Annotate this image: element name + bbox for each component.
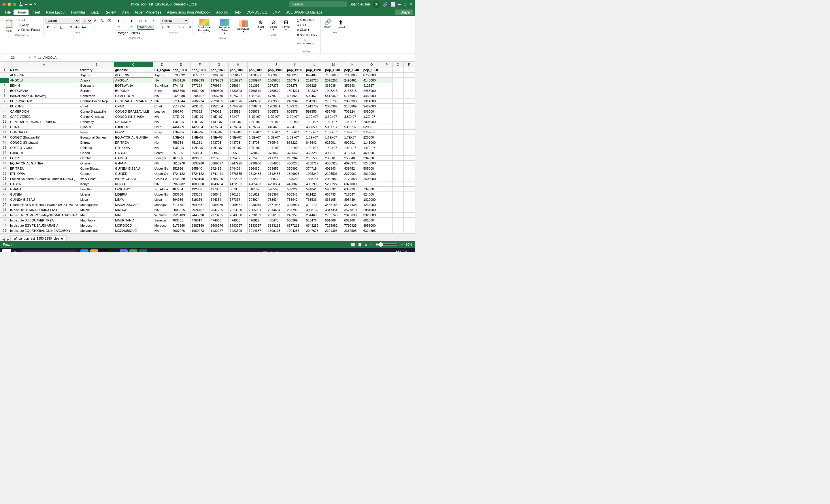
cell-L2[interactable]: 6494878 bbox=[305, 73, 324, 78]
menu-page-layout[interactable]: Page Layout bbox=[43, 9, 68, 15]
cell-H21[interactable]: 1776585 bbox=[228, 171, 248, 176]
minimize-button[interactable] bbox=[7, 3, 11, 6]
clear-button[interactable]: ◈ Clear ▾ bbox=[296, 28, 310, 32]
cell-K24[interactable]: 539224 bbox=[286, 187, 305, 192]
cell-F18[interactable]: 189693 bbox=[190, 156, 209, 161]
cell-B11[interactable]: Dahomey bbox=[79, 119, 114, 125]
cell-E17[interactable]: 351335 bbox=[171, 150, 190, 156]
start-button[interactable]: ⊞ bbox=[2, 249, 11, 252]
col-header-A[interactable]: A bbox=[9, 62, 79, 67]
cell-H3[interactable]: 2019227 bbox=[228, 78, 248, 83]
taskbar-app-browser[interactable]: 🔵 bbox=[120, 249, 128, 252]
cell-H31[interactable]: 5893297 bbox=[228, 223, 248, 228]
cell-J11[interactable]: 1.6E+07 bbox=[266, 119, 286, 125]
autosave-icon[interactable]: ⟳ bbox=[34, 3, 36, 6]
format-as-table-button[interactable]: Format as Table ▾ bbox=[215, 18, 234, 36]
cut-button[interactable]: ✂ Cut bbox=[17, 18, 41, 22]
cell-G17[interactable]: 358429 bbox=[209, 150, 228, 156]
cell-F2[interactable]: 5877337 bbox=[190, 73, 209, 78]
cell-E20[interactable]: 352936 bbox=[171, 166, 190, 171]
cell-O27[interactable]: 4234000 bbox=[362, 202, 381, 207]
cell-F10[interactable]: 2.8E+07 bbox=[190, 114, 209, 119]
cell-P32[interactable] bbox=[381, 228, 392, 233]
cell-E11[interactable]: 1.3E+07 bbox=[171, 119, 190, 125]
zoom-slider[interactable] bbox=[375, 242, 398, 247]
cell-N15[interactable]: 992901 bbox=[343, 140, 362, 145]
cell-M17[interactable]: 396011 bbox=[324, 150, 343, 156]
cell-N17[interactable]: 416263 bbox=[343, 150, 362, 156]
menu-review[interactable]: Review bbox=[101, 9, 119, 15]
cell-empty[interactable] bbox=[404, 223, 415, 228]
cell-I23[interactable]: 4205493 bbox=[248, 181, 266, 187]
fill-color-button[interactable]: A▬ bbox=[75, 24, 81, 30]
cell-P13[interactable] bbox=[381, 130, 392, 135]
cell-D7[interactable]: NA bbox=[153, 99, 171, 104]
cell-empty[interactable] bbox=[392, 228, 404, 233]
cell-E31[interactable]: 5176348 bbox=[171, 223, 190, 228]
cell-G27[interactable]: 2989239 bbox=[209, 202, 228, 207]
cell-M4[interactable]: 335038 bbox=[324, 83, 343, 88]
cell-O14[interactable]: 226000 bbox=[362, 135, 381, 140]
cell-C1[interactable]: gisname bbox=[114, 67, 153, 73]
cell-empty[interactable] bbox=[392, 125, 404, 130]
cell-C21[interactable]: GUINEE bbox=[114, 171, 153, 176]
cell-K1[interactable]: pop_1910 bbox=[286, 67, 305, 73]
close-button[interactable] bbox=[2, 3, 6, 6]
cell-I1[interactable]: pop_1890 bbox=[248, 67, 266, 73]
cell-J21[interactable]: 1812438 bbox=[266, 171, 286, 176]
cell-empty[interactable] bbox=[392, 130, 404, 135]
cell-empty[interactable] bbox=[404, 176, 415, 181]
formula-input[interactable] bbox=[42, 56, 414, 59]
cell-G9[interactable]: 576082 bbox=[209, 109, 228, 114]
wrap-text-button[interactable]: Wrap Text bbox=[137, 25, 155, 30]
cell-N14[interactable]: 1.7E+07 bbox=[343, 135, 362, 140]
cell-J28[interactable]: 2814664 bbox=[266, 207, 286, 212]
cell-J10[interactable]: 3.2E+07 bbox=[266, 114, 286, 119]
col-header-O[interactable]: O bbox=[362, 62, 381, 67]
cell-F24[interactable]: 492856 bbox=[190, 187, 209, 192]
cell-A32[interactable]: In dispute EQUATORIAL GUINEA/GABON bbox=[9, 228, 79, 233]
menu-help[interactable]: Help bbox=[231, 9, 244, 15]
cell-O5[interactable]: 2456000 bbox=[362, 88, 381, 93]
cell-O9[interactable]: 808000 bbox=[362, 109, 381, 114]
taskbar-app-chrome[interactable]: 🟢 bbox=[129, 249, 137, 252]
cell-empty[interactable] bbox=[404, 88, 415, 93]
cell-D2[interactable]: Algeria bbox=[153, 73, 171, 78]
share-ribbon-button[interactable]: 🔗 Share bbox=[322, 18, 333, 30]
col-header-C[interactable]: C bbox=[114, 62, 153, 67]
cell-F22[interactable]: 1768198 bbox=[190, 176, 209, 181]
cell-N30[interactable]: 602180 bbox=[343, 218, 362, 223]
cell-P10[interactable] bbox=[381, 114, 392, 119]
cell-K12[interactable]: 45547.5 bbox=[286, 125, 305, 130]
cell-P25[interactable] bbox=[381, 192, 392, 197]
cell-empty[interactable] bbox=[404, 140, 415, 145]
cell-G24[interactable]: 497806 bbox=[209, 187, 228, 192]
cell-O21[interactable]: 2619000 bbox=[362, 171, 381, 176]
cell-empty[interactable] bbox=[392, 150, 404, 156]
cell-K6[interactable]: 4998689 bbox=[286, 93, 305, 99]
cell-F28[interactable]: 2924407 bbox=[190, 207, 209, 212]
cell-A18[interactable]: EGYPT bbox=[9, 156, 79, 161]
cell-empty[interactable] bbox=[404, 145, 415, 150]
cell-F12[interactable]: 44203.4 bbox=[190, 125, 209, 130]
cell-G15[interactable]: 743703 bbox=[209, 140, 228, 145]
cell-C7[interactable]: CENTRAL AFRICAN REP bbox=[114, 99, 153, 104]
cell-I22[interactable]: 1822002 bbox=[248, 176, 266, 181]
cell-J24[interactable]: 528557 bbox=[266, 187, 286, 192]
underline-button[interactable]: U bbox=[59, 24, 64, 30]
cell-E19[interactable]: 3810278 bbox=[171, 161, 190, 166]
cell-empty[interactable] bbox=[392, 140, 404, 145]
zoom-in-icon[interactable]: + bbox=[401, 243, 403, 246]
cell-O3[interactable]: 4148000 bbox=[362, 78, 381, 83]
cell-C25[interactable]: LIBERIA bbox=[114, 192, 153, 197]
taskbar-app-excel[interactable]: X bbox=[139, 249, 147, 252]
cell-empty[interactable] bbox=[392, 192, 404, 197]
cell-P30[interactable] bbox=[381, 218, 392, 223]
cell-N12[interactable]: 53952.6 bbox=[343, 125, 362, 130]
menu-jmp[interactable]: JMP bbox=[270, 9, 283, 15]
cell-L9[interactable]: 599550 bbox=[305, 109, 324, 114]
cell-empty[interactable] bbox=[392, 197, 404, 202]
cell-J5[interactable]: 1768579 bbox=[266, 88, 286, 93]
cell-N24[interactable]: 638729 bbox=[343, 187, 362, 192]
page-layout-view-icon[interactable]: 📄 bbox=[358, 243, 362, 246]
